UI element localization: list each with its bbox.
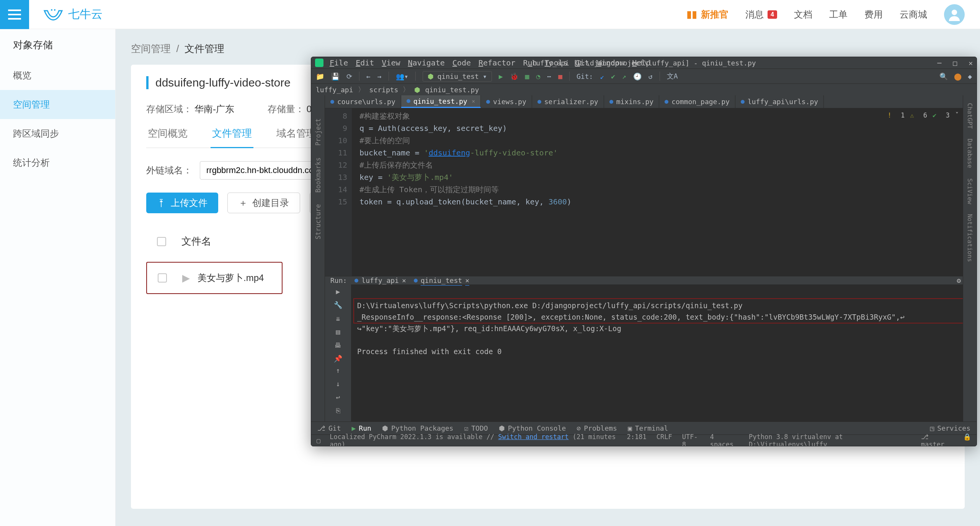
user-avatar[interactable] [944,4,965,25]
git-push-icon[interactable]: ↗ [622,72,626,80]
git-history-icon[interactable]: 🕘 [633,72,642,80]
step-down-icon[interactable]: ↓ [336,380,340,388]
file-row[interactable]: ▶ 美女与萝卜.mp4 [146,262,283,294]
crumb-2[interactable]: qiniu_test.py [425,86,479,94]
bottom-tab-terminal[interactable]: ▣Terminal [628,424,668,432]
bottom-tab-run[interactable]: ▶Run [352,424,371,432]
select-all-checkbox[interactable] [157,237,166,246]
close-tab-icon[interactable]: ✕ [472,98,475,104]
console-output[interactable]: D:\Virtualenvs\luffy\Scripts\python.exe … [351,284,977,431]
tool-chatgpt[interactable]: ChatGPT [966,103,973,129]
code-editor[interactable]: ! 1 ⚠ 6 ✔ 3 ˇ 89101112131415 #构建鉴权对象 q =… [325,108,977,276]
bottom-tab-pypkg[interactable]: ⬢Python Packages [382,424,454,432]
editor-tab-0[interactable]: course\urls.py [325,95,401,108]
crumb-0[interactable]: luffy_api [316,86,353,94]
sidebar-item-stats[interactable]: 统计分析 [0,148,115,177]
tab-overview[interactable]: 空间概览 [146,127,189,147]
open-icon[interactable]: 📁 [316,72,324,80]
close-button[interactable]: ✕ [969,59,973,67]
nav-fwd-icon[interactable]: → [377,72,382,80]
bottom-tab-problems[interactable]: ⊘Problems [577,424,617,432]
ide-update-icon[interactable]: ⬤ [954,72,962,80]
run-icon[interactable]: ▶ [499,72,503,80]
editor-tab-3[interactable]: serializer.py [532,95,604,108]
refresh-icon[interactable]: ⟳ [346,72,352,80]
menu-edit[interactable]: Edit [356,58,374,67]
bottom-tab-git[interactable]: ⎇Git [317,424,341,432]
run-down-icon[interactable]: ⇊ [336,314,340,322]
run-tab-luffy[interactable]: luffy_api × [354,276,406,284]
status-msg[interactable]: Localized PyCharm 2022.1.3 is available … [330,433,617,447]
coverage-icon[interactable]: ▦ [525,72,529,80]
hamburger-menu-button[interactable] [0,0,29,29]
export-icon[interactable]: ⎘ [336,407,340,415]
crumb-1[interactable]: scripts [369,86,399,94]
sidebar-item-overview[interactable]: 概览 [0,61,115,90]
top-link-store[interactable]: 云商城 [900,8,927,21]
profile-icon[interactable]: ◔ [536,72,540,80]
attach-icon[interactable]: 👥▾ [396,72,408,80]
status-eol[interactable]: CRLF [657,433,672,447]
git-rollback-icon[interactable]: ↺ [648,72,653,80]
sidebar-item-buckets[interactable]: 空间管理 [0,90,115,119]
inspections-widget[interactable]: ! 1 ⚠ 6 ✔ 3 ˇ [888,109,959,121]
run-panel-settings-icon[interactable]: ⚙ [957,276,961,284]
menu-view[interactable]: View [382,58,400,67]
menu-code[interactable]: Code [452,58,471,67]
top-link-billing[interactable]: 费用 [864,8,883,21]
stop-icon[interactable]: ■ [558,72,562,80]
tool-project[interactable]: Project [314,118,322,146]
editor-tab-1[interactable]: qiniu_test.py✕ [401,95,481,108]
more-run-icon[interactable]: ⋯ [547,72,551,80]
status-lock-icon[interactable]: 🔒 [963,433,971,447]
minimize-button[interactable]: ─ [937,59,941,67]
mkdir-button[interactable]: ＋ 创建目录 [227,193,300,213]
wrap-icon[interactable]: ↩ [336,393,340,401]
status-branch[interactable]: ⎇ master [921,433,953,447]
status-restart-link[interactable]: Switch and restart [498,433,568,441]
ide-settings-icon[interactable]: ◆ [968,72,972,80]
tool-sciview[interactable]: SciView [966,178,973,204]
rerun-icon[interactable]: ▶ [336,288,340,296]
qiniu-logo[interactable]: 七牛云 [43,7,103,22]
external-domain-input[interactable] [200,161,330,180]
tool-bookmarks[interactable]: Bookmarks [314,157,322,193]
nav-back-icon[interactable]: ← [366,72,371,80]
bottom-tab-pyconsole[interactable]: ⬢Python Console [499,424,566,432]
status-indent[interactable]: 4 spaces [710,433,739,447]
run-pin-icon[interactable]: 📌 [334,354,342,363]
debug-icon[interactable]: 🐞 [510,72,518,80]
editor-tab-2[interactable]: views.py [481,95,532,108]
run-config-selector[interactable]: ⬢ qiniu_test ▾ [423,71,492,82]
git-commit-icon[interactable]: ✔ [611,72,615,80]
git-update-icon[interactable]: ↙ [600,72,604,80]
top-link-docs[interactable]: 文档 [794,8,812,21]
menu-file[interactable]: File [330,58,348,67]
top-link-promo[interactable]: ▮▮ 新推官 [686,8,728,21]
breadcrumb-a[interactable]: 空间管理 [131,43,171,54]
run-filter-icon[interactable]: ▤ [336,328,340,336]
status-encoding[interactable]: UTF-8 [682,433,700,447]
top-link-tickets[interactable]: 工单 [829,8,848,21]
tool-notifications[interactable]: Notifications [966,214,973,262]
tool-database[interactable]: Database [966,139,973,168]
maximize-button[interactable]: □ [953,59,957,67]
menu-refactor[interactable]: Refactor [479,58,515,67]
bottom-tab-services[interactable]: ◳Services [930,424,970,432]
editor-tab-5[interactable]: common_page.py [659,95,735,108]
search-icon[interactable]: 🔍 [939,72,948,80]
bottom-tab-todo[interactable]: ☑TODO [464,424,488,432]
tool-structure[interactable]: Structure [314,204,322,239]
step-up-icon[interactable]: ↑ [336,366,340,374]
upload-button[interactable]: ⭱ 上传文件 [146,193,218,213]
status-caret-pos[interactable]: 2:181 [627,433,647,447]
code-content[interactable]: #构建鉴权对象 q = Auth(access_key, secret_key)… [352,108,977,276]
file-row-checkbox[interactable] [158,273,167,283]
run-print-icon[interactable]: 🖶 [335,341,341,349]
editor-tab-4[interactable]: mixins.py [604,95,660,108]
translate-icon[interactable]: 文A [667,72,678,81]
tab-files[interactable]: 文件管理 [211,127,253,148]
editor-tab-6[interactable]: luffy_api\urls.py [735,95,824,108]
menu-navigate[interactable]: Navigate [408,58,445,67]
run-tab-qiniu[interactable]: qiniu_test × [414,276,469,284]
